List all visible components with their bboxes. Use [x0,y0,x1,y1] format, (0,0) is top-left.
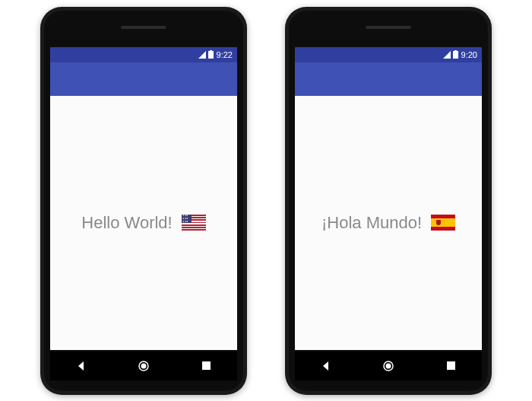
status-bar[interactable]: 9:22 [50,47,237,62]
nav-home-button[interactable] [128,351,159,381]
svg-rect-9 [447,361,455,370]
phone-left: 9:22 Hello World! [40,7,247,395]
svg-rect-1 [210,50,212,51]
nav-back-button[interactable] [66,351,97,381]
navigation-bar [50,352,237,380]
app-bar [295,62,482,96]
nav-home-button[interactable] [373,351,404,381]
svg-rect-0 [208,51,214,59]
status-clock: 9:20 [461,50,477,59]
phone-right: 9:20 ¡Hola Mundo! [285,7,492,395]
svg-rect-5 [453,51,458,59]
battery-icon [208,50,214,59]
flag-spain-icon [431,215,455,231]
greeting-text: ¡Hola Mundo! [321,213,422,233]
phone-body: 9:20 ¡Hola Mundo! [289,11,488,391]
cellular-signal-icon [443,51,451,59]
svg-rect-6 [454,50,457,51]
screen-left[interactable]: 9:22 Hello World! [50,47,237,350]
svg-point-3 [141,363,147,368]
nav-back-button[interactable] [311,351,341,381]
content-area: ¡Hola Mundo! [295,96,482,350]
nav-recent-button[interactable] [191,351,221,381]
screen-right[interactable]: 9:20 ¡Hola Mundo! [295,47,482,350]
battery-icon [453,50,458,59]
nav-recent-button[interactable] [435,351,466,381]
svg-rect-4 [202,361,211,370]
content-area: Hello World! [50,96,237,350]
greeting-text: Hello World! [81,213,172,233]
svg-point-8 [386,363,391,368]
phone-speaker [366,26,411,29]
navigation-bar [295,352,482,380]
status-clock: 9:22 [217,50,233,59]
phone-speaker [121,26,166,29]
flag-usa-icon [182,215,206,231]
status-bar[interactable]: 9:20 [295,47,482,62]
phone-body: 9:22 Hello World! [44,11,243,391]
cellular-signal-icon [198,51,206,59]
app-bar [50,62,237,96]
